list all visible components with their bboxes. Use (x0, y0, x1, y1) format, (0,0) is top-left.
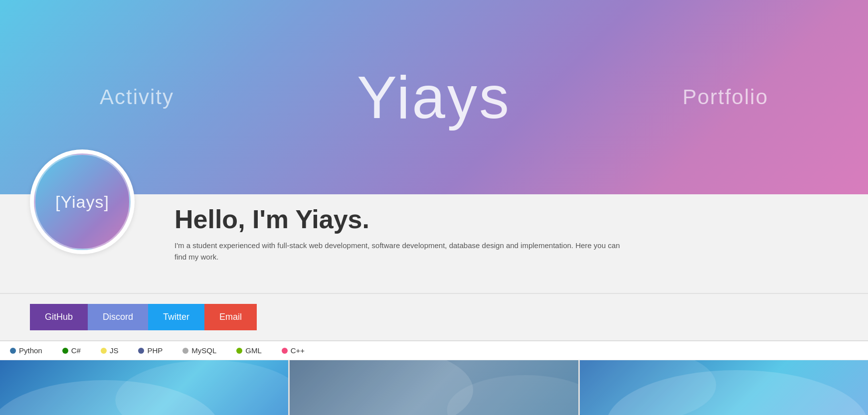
cpp-label: C++ (291, 346, 305, 355)
portfolio-strip (0, 360, 868, 415)
portfolio-graphic-3 (580, 360, 868, 415)
mysql-dot (182, 348, 188, 354)
profile-section: [Yiays] Hello, I'm Yiays. I'm a student … (0, 194, 868, 294)
github-button[interactable]: GitHub (30, 304, 88, 330)
avatar-inner: [Yiays] (34, 153, 131, 250)
python-label: Python (19, 346, 42, 355)
svg-point-2 (290, 360, 473, 415)
avatar: [Yiays] (30, 149, 135, 254)
discord-button[interactable]: Discord (88, 304, 148, 330)
lang-php: PHP (138, 346, 163, 355)
lang-csharp: C# (62, 346, 81, 355)
mysql-label: MySQL (191, 346, 216, 355)
profile-name: Hello, I'm Yiays. (174, 204, 838, 234)
portfolio-graphic-1 (0, 360, 288, 415)
portfolio-item-3[interactable] (580, 360, 868, 415)
lang-gml: GML (236, 346, 262, 355)
email-button[interactable]: Email (204, 304, 257, 330)
profile-content: Hello, I'm Yiays. I'm a student experien… (30, 194, 838, 263)
csharp-dot (62, 348, 68, 354)
social-buttons-bar: GitHub Discord Twitter Email (0, 294, 868, 341)
lang-python: Python (10, 346, 42, 355)
php-label: PHP (147, 346, 163, 355)
lang-mysql: MySQL (182, 346, 216, 355)
portfolio-item-1[interactable] (0, 360, 288, 415)
js-dot (101, 348, 107, 354)
portfolio-graphic-2 (290, 360, 578, 415)
php-dot (138, 348, 144, 354)
svg-point-1 (115, 360, 288, 415)
js-label: JS (110, 346, 119, 355)
gml-label: GML (245, 346, 262, 355)
lang-js: JS (101, 346, 119, 355)
hero-banner: Activity Yiays Portfolio (0, 0, 868, 194)
cpp-dot (282, 348, 288, 354)
language-bar: Python C# JS PHP MySQL GML C++ (0, 341, 868, 360)
profile-bio: I'm a student experienced with full-stac… (174, 240, 623, 263)
gml-dot (236, 348, 242, 354)
python-dot (10, 348, 16, 354)
twitter-button[interactable]: Twitter (148, 304, 204, 330)
csharp-label: C# (71, 346, 81, 355)
svg-point-5 (580, 360, 716, 415)
lang-cpp: C++ (282, 346, 305, 355)
avatar-label: [Yiays] (55, 192, 109, 212)
site-title: Yiays (357, 63, 511, 132)
portfolio-item-2[interactable] (290, 360, 578, 415)
nav-activity[interactable]: Activity (100, 85, 174, 109)
nav-portfolio[interactable]: Portfolio (683, 85, 768, 109)
